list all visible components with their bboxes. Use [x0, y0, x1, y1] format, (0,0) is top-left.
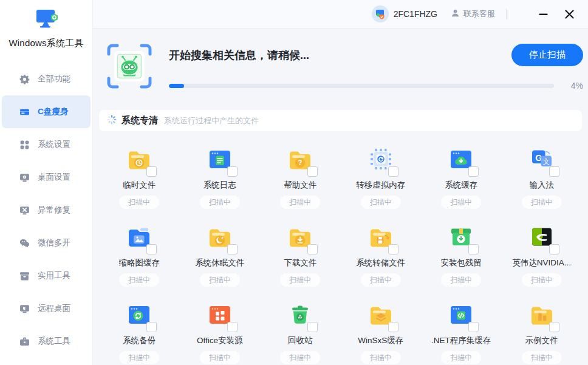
item-label: 系统休眠文件	[195, 258, 244, 268]
scan-status-badge: 扫描中	[280, 351, 320, 364]
logo-area: Windows系统工具	[0, 0, 92, 49]
wechat-icon	[19, 238, 30, 248]
item-checkbox[interactable]	[549, 322, 559, 332]
clean-item[interactable]: WinSxS缓存 扫描中	[341, 287, 422, 364]
item-checkbox[interactable]	[468, 166, 479, 177]
sidebar-item-system-tools[interactable]: 系统工具	[2, 325, 91, 358]
error-repair-icon	[19, 205, 30, 216]
sidebar-item-label: 系统设置	[38, 139, 70, 150]
item-checkbox[interactable]	[307, 244, 318, 254]
item-label: 转移虚拟内存	[356, 180, 405, 191]
sidebar-item-utility-tools[interactable]: 实用工具	[2, 259, 91, 292]
item-checkbox[interactable]	[227, 322, 238, 332]
desktop-settings-icon	[19, 172, 30, 183]
close-icon[interactable]	[561, 5, 578, 23]
section-title: 系统专清	[121, 115, 158, 126]
clean-item[interactable]: G文 输入法 扫描中	[502, 131, 583, 209]
item-label: 安装包残留	[441, 258, 482, 268]
item-label: 帮助文件	[284, 180, 316, 191]
item-label: WinSxS缓存	[358, 335, 403, 346]
scan-status-text: 开始搜集相关信息，请稍候...	[169, 48, 309, 63]
clean-item[interactable]: 安装包残留 扫描中	[421, 209, 502, 287]
item-checkbox[interactable]	[549, 166, 559, 177]
scan-main: 开始搜集相关信息，请稍候... 停止扫描 4%	[169, 44, 583, 90]
item-checkbox[interactable]	[468, 244, 479, 254]
progress-bar	[169, 84, 554, 88]
item-checkbox[interactable]	[549, 244, 559, 254]
sidebar-item-label: 异常修复	[38, 205, 70, 216]
item-label: 英伟达NVIDIA...	[512, 258, 571, 268]
sidebar-item-label: C盘瘦身	[38, 106, 68, 117]
sidebar-item-c-drive-slim[interactable]: C盘瘦身	[2, 95, 91, 128]
system-tools-icon	[19, 336, 30, 347]
clean-items-grid: 临时文件 扫描中 系统日志 扫描中 ? 帮助文件 扫描中 转移虚拟内存 扫描中 …	[99, 131, 582, 364]
sidebar-item-label: 微信多开	[38, 237, 70, 248]
item-label: 系统日志	[203, 180, 236, 191]
item-label: .NET程序集缓存	[431, 335, 491, 346]
clean-item[interactable]: 回收站 扫描中	[260, 287, 341, 364]
section-header: 系统专清 系统运行过程中产生的文件	[99, 110, 582, 131]
scan-status-badge: 扫描中	[361, 273, 401, 287]
spinner-icon	[107, 115, 117, 127]
item-checkbox[interactable]	[307, 166, 318, 177]
item-label: 系统转储文件	[356, 258, 405, 268]
clean-item[interactable]: ? 帮助文件 扫描中	[260, 131, 341, 209]
app-window: Windows系统工具 全部功能 C盘瘦身 系统设置 桌面设置 异常修复 微信多…	[0, 0, 588, 365]
user-code: 2FC1FHZG	[394, 9, 437, 19]
content: 开始搜集相关信息，请稍候... 停止扫描 4%	[93, 29, 588, 365]
item-checkbox[interactable]	[468, 322, 479, 332]
minimize-icon[interactable]	[535, 5, 552, 23]
clean-item[interactable]: 英伟达NVIDIA... 扫描中	[502, 209, 583, 287]
item-checkbox[interactable]	[388, 244, 398, 254]
clean-item[interactable]: z 系统休眠文件 扫描中	[180, 209, 261, 287]
c-drive-icon	[19, 107, 30, 117]
item-checkbox[interactable]	[146, 166, 157, 177]
contact-support-button[interactable]: 联系客服	[451, 9, 495, 20]
remote-desktop-icon	[19, 304, 30, 314]
clean-item[interactable]: .NET程序集缓存 扫描中	[421, 287, 502, 364]
scan-status-badge: 扫描中	[441, 273, 481, 287]
clean-item[interactable]: 系统转储文件 扫描中	[341, 209, 422, 287]
scan-status-badge: 扫描中	[280, 196, 320, 209]
item-checkbox[interactable]	[227, 166, 238, 177]
sidebar-item-remote-desktop[interactable]: 远程桌面	[2, 292, 91, 325]
sidebar: Windows系统工具 全部功能 C盘瘦身 系统设置 桌面设置 异常修复 微信多…	[0, 0, 93, 365]
clean-item[interactable]: 转移虚拟内存 扫描中	[341, 131, 422, 209]
scan-status-badge: 扫描中	[522, 273, 562, 287]
clean-item[interactable]: 缩略图缓存 扫描中	[99, 209, 180, 287]
stop-scan-button[interactable]: 停止扫描	[511, 44, 583, 66]
progress-percent-label: 4%	[555, 81, 583, 90]
item-checkbox[interactable]	[388, 322, 398, 332]
sidebar-menu: 全部功能 C盘瘦身 系统设置 桌面设置 异常修复 微信多开 实用工具 远程桌面 …	[0, 63, 92, 358]
clean-item[interactable]: 系统日志 扫描中	[180, 131, 261, 209]
clean-item[interactable]: 示例文件 扫描中	[502, 287, 583, 364]
sidebar-item-all-features[interactable]: 全部功能	[2, 63, 91, 95]
clean-item[interactable]: 临时文件 扫描中	[99, 131, 180, 209]
topbar: 2FC1FHZG 联系客服	[93, 0, 588, 29]
sidebar-item-error-repair[interactable]: 异常修复	[2, 194, 91, 227]
sidebar-item-desktop-settings[interactable]: 桌面设置	[2, 161, 91, 194]
item-checkbox[interactable]	[146, 322, 157, 332]
clean-item[interactable]: 系统备份 扫描中	[99, 287, 180, 364]
scan-status-badge: 扫描中	[522, 196, 562, 209]
scan-status-badge: 扫描中	[119, 351, 159, 364]
menu-icon[interactable]	[519, 10, 526, 18]
item-label: 系统缓存	[445, 180, 477, 191]
item-checkbox[interactable]	[227, 244, 238, 254]
main-area: 2FC1FHZG 联系客服	[93, 0, 588, 365]
item-checkbox[interactable]	[307, 322, 318, 332]
sidebar-item-system-settings[interactable]: 系统设置	[2, 128, 91, 161]
clean-item[interactable]: 系统缓存 扫描中	[421, 131, 502, 209]
clean-item[interactable]: Office安装源 扫描中	[180, 287, 261, 364]
scan-status-badge: 扫描中	[361, 351, 401, 364]
item-label: Office安装源	[197, 335, 243, 346]
item-label: 系统备份	[123, 335, 156, 346]
item-checkbox[interactable]	[146, 244, 157, 254]
scan-robot-icon	[107, 44, 152, 89]
item-checkbox[interactable]	[388, 166, 398, 177]
scan-status-badge: 扫描中	[280, 273, 320, 287]
scan-status-badge: 扫描中	[522, 351, 562, 364]
scan-status-badge: 扫描中	[200, 273, 240, 287]
clean-item[interactable]: 下载文件 扫描中	[260, 209, 341, 287]
sidebar-item-wechat-multi[interactable]: 微信多开	[2, 227, 91, 259]
